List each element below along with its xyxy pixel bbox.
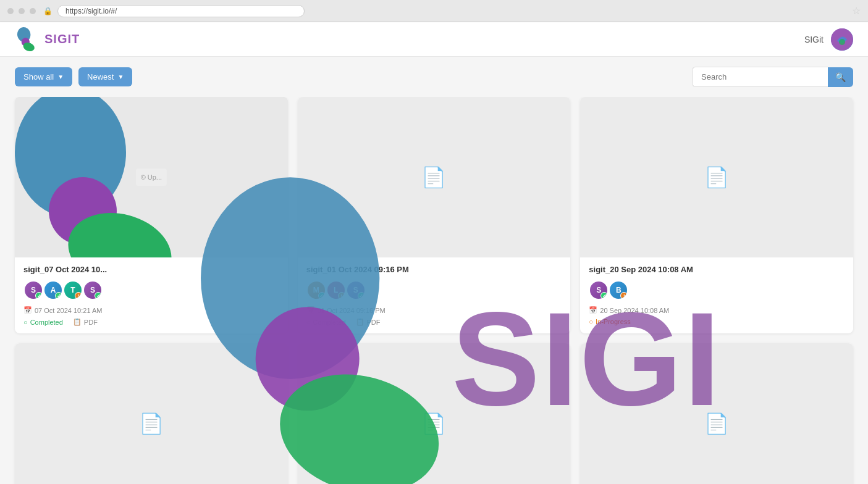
card-avatars: S ✓ A ✓ T ! S ✓: [23, 280, 279, 300]
avatar: A ✓: [43, 280, 63, 300]
card-title: sigit_01 Oct 2024 09:16 PM: [306, 265, 562, 274]
show-all-chevron-icon: ▼: [57, 73, 64, 80]
avatar: B !: [609, 280, 628, 300]
card-card-3[interactable]: 📄 sigit_20 Sep 2024 10:08 AM S ✓ B ! 📅 2…: [580, 97, 853, 333]
newest-chevron-icon: ▼: [117, 73, 124, 80]
card-timestamp: 📅 07 Oct 2024 10:21 AM: [23, 306, 279, 314]
avatar: S ✓: [23, 280, 43, 300]
pdf-icon: 📋: [73, 318, 82, 326]
browser-dot-3: [30, 8, 36, 14]
browser-dot-2: [19, 8, 25, 14]
search-container: 🔍: [692, 67, 853, 87]
status-icon: ○: [589, 318, 593, 325]
card-body: sigit_01 Oct 2024 09:16 PM M ✓ L ! S ✓ 📅…: [298, 257, 571, 333]
user-avatar[interactable]: [831, 28, 853, 51]
logo[interactable]: SIGIT: [15, 27, 80, 52]
card-card-1[interactable]: © Up... sigit_07 Oct 2024 10... S ✓ A ✓ …: [15, 97, 288, 333]
main-content: SIGIT © Up... sigit_07 Oct 2024 10... S …: [0, 97, 868, 484]
card-footer: ○ In-Progress: [589, 318, 845, 325]
status-label: Completed: [30, 319, 63, 326]
calendar-icon: 📅: [306, 306, 315, 314]
card-thumbnail: 📄: [298, 97, 571, 257]
avatar: T !: [63, 280, 83, 300]
card-card-4[interactable]: 📄 if S ✓ S ✓: [15, 343, 288, 484]
card-status: ○ Completed: [23, 319, 63, 326]
pdf-icon: 📋: [356, 318, 364, 326]
pdf-badge: 📋 PDF: [73, 318, 98, 326]
card-title: sigit_20 Sep 2024 10:08 AM: [589, 265, 845, 274]
browser-bar: 🔒 https://sigit.io/#/ ☆: [0, 0, 868, 22]
search-button[interactable]: 🔍: [828, 67, 853, 87]
cards-grid: © Up... sigit_07 Oct 2024 10... S ✓ A ✓ …: [15, 97, 853, 484]
avatar: S ✓: [346, 280, 366, 300]
card-thumbnail: 📄: [580, 97, 853, 257]
card-timestamp: 📅 01 Oct 2024 09:16 PM: [306, 306, 562, 314]
card-thumbnail: 📄: [298, 343, 571, 484]
status-icon: ○: [23, 319, 28, 326]
search-input[interactable]: [692, 67, 828, 87]
card-card-2[interactable]: 📄 sigit_01 Oct 2024 09:16 PM M ✓ L ! S ✓…: [298, 97, 571, 333]
avatar: S ✓: [83, 280, 103, 300]
newest-button[interactable]: Newest ▼: [78, 67, 132, 86]
card-status: ○ Completed: [306, 319, 346, 326]
card-footer: ○ Completed 📋 PDF: [23, 318, 279, 326]
card-title: sigit_07 Oct 2024 10...: [23, 265, 279, 274]
toolbar: Show all ▼ Newest ▼ 🔍: [0, 57, 868, 97]
newest-label: Newest: [87, 72, 114, 81]
calendar-icon: 📅: [23, 306, 32, 314]
card-body: sigit_07 Oct 2024 10... S ✓ A ✓ T ! S ✓ …: [15, 257, 288, 333]
avatar: S ✓: [589, 280, 609, 300]
svg-point-4: [839, 39, 845, 45]
card-thumbnail: 📄: [580, 343, 853, 484]
card-timestamp: 📅 20 Sep 2024 10:08 AM: [589, 306, 845, 314]
header-username: SIGit: [804, 35, 824, 44]
logo-icon: [15, 27, 40, 52]
card-thumbnail: 📄: [15, 343, 288, 484]
avatar: M ✓: [306, 280, 326, 300]
browser-url-bar[interactable]: https://sigit.io/#/: [57, 5, 305, 17]
browser-dot-1: [7, 8, 14, 14]
card-card-6[interactable]: 📄 sigit_14 Sept 2024 05:45 PM ? ! S ✓ G …: [580, 343, 853, 484]
card-thumbnail: © Up...: [15, 97, 288, 257]
card-card-5[interactable]: 📄 sigit_17 Sep 2024 09:48 AM S ✓ T ! L ✓: [298, 343, 571, 484]
status-icon: ○: [306, 319, 311, 326]
show-all-label: Show all: [23, 72, 54, 81]
card-footer: ○ Completed 📋 PDF: [306, 318, 562, 326]
card-avatars: S ✓ B !: [589, 280, 845, 300]
card-status: ○ In-Progress: [589, 318, 631, 325]
avatar: L !: [326, 280, 346, 300]
status-label: Completed: [313, 319, 345, 326]
browser-lock-icon: 🔒: [43, 7, 53, 15]
card-body: sigit_20 Sep 2024 10:08 AM S ✓ B ! 📅 20 …: [580, 257, 853, 333]
header-right: SIGit: [804, 28, 853, 51]
app-header: SIGIT SIGit: [0, 22, 868, 57]
status-label: In-Progress: [596, 318, 631, 325]
card-avatars: M ✓ L ! S ✓: [306, 280, 562, 300]
pdf-badge: 📋 PDF: [356, 318, 381, 326]
show-all-button[interactable]: Show all ▼: [15, 67, 72, 86]
search-icon: 🔍: [835, 72, 846, 82]
logo-text: SIGIT: [44, 32, 80, 46]
browser-star-icon[interactable]: ☆: [852, 5, 861, 17]
calendar-icon: 📅: [589, 306, 597, 314]
